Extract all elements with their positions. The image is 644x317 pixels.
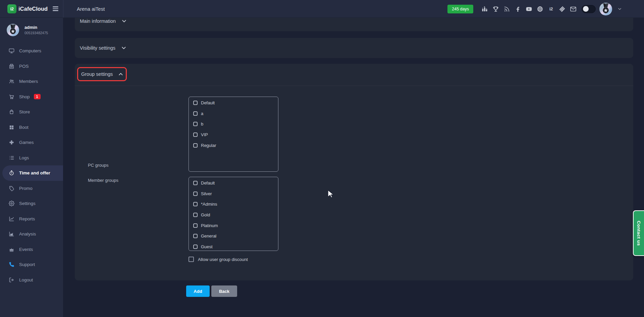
sidebar-item-label: Reports bbox=[19, 216, 35, 221]
svg-text:PLATINUM: PLATINUM bbox=[602, 3, 609, 5]
youtube-icon[interactable] bbox=[525, 5, 533, 13]
section-main-information: Main information bbox=[75, 18, 633, 31]
gamepad-icon bbox=[9, 140, 14, 145]
top-header: Arena aiTest 245 days bbox=[63, 0, 644, 18]
section-title: Visibility settings bbox=[80, 45, 115, 51]
contact-us-label: Contact us bbox=[636, 221, 641, 246]
sidebar-item-promo[interactable]: Promo bbox=[0, 181, 63, 196]
section-visibility-settings: Visibility settings bbox=[75, 38, 633, 58]
globe-icon[interactable] bbox=[536, 5, 544, 13]
member-group-option[interactable]: Guest bbox=[193, 242, 278, 252]
logout-icon bbox=[9, 277, 14, 283]
member-group-option[interactable]: Platinum bbox=[193, 220, 278, 231]
checkbox[interactable] bbox=[193, 202, 198, 206]
sidebar-item-label: Settings bbox=[19, 201, 36, 206]
header-avatar[interactable]: PLATINUM bbox=[599, 3, 612, 15]
member-group-option[interactable]: General bbox=[193, 231, 278, 242]
member-group-option[interactable]: Default bbox=[193, 178, 278, 189]
sidebar-item-computers[interactable]: Computers bbox=[0, 43, 63, 59]
member-group-option[interactable]: Gold bbox=[193, 210, 278, 220]
checkbox[interactable] bbox=[193, 181, 198, 185]
section-group-settings: Group settings PC groups Default a b VIP… bbox=[75, 64, 633, 280]
checkbox[interactable] bbox=[193, 223, 198, 228]
sidebar-item-reports[interactable]: Reports bbox=[0, 211, 63, 227]
checkbox[interactable] bbox=[193, 213, 198, 217]
group-settings-header-highlighted[interactable]: Group settings bbox=[77, 67, 127, 81]
sidebar-item-analysis[interactable]: Analysis bbox=[0, 226, 63, 242]
chevron-up-icon bbox=[118, 71, 123, 77]
members-icon bbox=[9, 78, 14, 84]
sidebar-item-label: Members bbox=[19, 79, 38, 84]
section-title: Group settings bbox=[81, 71, 113, 77]
phone-icon bbox=[9, 262, 14, 267]
add-button[interactable]: Add bbox=[186, 285, 210, 297]
pos-icon bbox=[9, 63, 14, 69]
sidebar-item-events[interactable]: Events bbox=[0, 242, 63, 257]
logo-text: iCafeCloud bbox=[18, 6, 53, 12]
sidebar-item-boot[interactable]: Boot bbox=[0, 120, 63, 135]
sidebar-item-games[interactable]: Games bbox=[0, 135, 63, 150]
sidebar-item-label: Time and offer bbox=[19, 170, 50, 175]
theme-toggle[interactable] bbox=[582, 5, 596, 13]
sidebar-item-label: Store bbox=[19, 109, 30, 114]
checkbox[interactable] bbox=[189, 257, 194, 262]
checkbox-label: General bbox=[201, 233, 216, 239]
checkbox-label: Gold bbox=[201, 212, 210, 217]
layers-icon[interactable] bbox=[558, 5, 566, 13]
sidebar-item-pos[interactable]: POS bbox=[0, 59, 63, 74]
checkbox[interactable] bbox=[193, 245, 198, 249]
member-group-option[interactable]: Silver bbox=[193, 189, 278, 199]
pc-group-option[interactable]: Regular bbox=[193, 140, 278, 151]
hamburger-menu-icon[interactable] bbox=[53, 6, 58, 11]
pc-group-option[interactable]: Default bbox=[193, 98, 278, 108]
rss-icon[interactable] bbox=[503, 5, 511, 13]
sidebar-item-label: Shop bbox=[19, 94, 30, 99]
sidebar-item-support[interactable]: Support bbox=[0, 257, 63, 272]
trophy-icon[interactable] bbox=[492, 5, 499, 13]
pc-group-option[interactable]: a bbox=[193, 108, 278, 119]
sidebar-item-label: Support bbox=[19, 262, 35, 267]
section-header[interactable]: Visibility settings bbox=[75, 38, 633, 58]
ranking-icon[interactable] bbox=[481, 5, 488, 13]
sidebar-item-members[interactable]: Members bbox=[0, 74, 63, 89]
checkbox[interactable] bbox=[193, 111, 198, 116]
checkbox[interactable] bbox=[193, 143, 198, 148]
chevron-down-icon bbox=[121, 45, 126, 51]
main-content: Main information Visibility settings Gro… bbox=[63, 18, 644, 317]
license-days-button[interactable]: 245 days bbox=[447, 5, 473, 13]
mail-icon[interactable] bbox=[570, 5, 577, 13]
checkbox[interactable] bbox=[193, 234, 198, 238]
sidebar-item-store[interactable]: Store bbox=[0, 104, 63, 120]
icafe-i2-icon[interactable]: i2 bbox=[547, 5, 555, 13]
icafecloud-logo-icon: i2 bbox=[7, 4, 16, 13]
crown-icon bbox=[9, 247, 14, 252]
sidebar-item-settings[interactable]: Settings bbox=[0, 196, 63, 211]
pc-group-option[interactable]: b bbox=[193, 119, 278, 129]
monitor-icon bbox=[9, 48, 14, 54]
back-button[interactable]: Back bbox=[211, 285, 237, 297]
pc-group-option[interactable]: VIP bbox=[193, 129, 278, 140]
gear-icon bbox=[9, 201, 14, 206]
sidebar-item-label: POS bbox=[19, 64, 29, 69]
checkbox[interactable] bbox=[193, 192, 198, 196]
checkbox[interactable] bbox=[193, 133, 198, 137]
checkbox[interactable] bbox=[193, 122, 198, 126]
sidebar-user[interactable]: PLATINUM admin 005193482475 bbox=[0, 18, 63, 38]
facebook-icon[interactable] bbox=[514, 5, 522, 13]
member-group-option[interactable]: *Admins bbox=[193, 199, 278, 210]
shop-badge: 1 bbox=[34, 94, 41, 99]
contact-us-tab[interactable]: Contact us bbox=[633, 210, 644, 256]
sidebar-nav: Computers POS Members Shop 1 Store bbox=[0, 43, 63, 287]
sidebar-item-label: Events bbox=[19, 247, 33, 252]
sidebar: i2 iCafeCloud PLATINUM admin 00519348247… bbox=[0, 0, 63, 317]
user-menu-chevron-down-icon[interactable] bbox=[616, 5, 623, 13]
checkbox-label: Default bbox=[201, 100, 215, 105]
sidebar-item-time-and-offer[interactable]: Time and offer bbox=[2, 165, 63, 181]
sidebar-item-shop[interactable]: Shop 1 bbox=[0, 89, 63, 105]
checkbox-label: Regular bbox=[201, 143, 216, 148]
sidebar-item-logout[interactable]: Logout bbox=[0, 272, 63, 288]
sidebar-item-logs[interactable]: Logs bbox=[0, 150, 63, 166]
checkbox[interactable] bbox=[193, 101, 198, 105]
allow-user-group-discount-row[interactable]: Allow user group discount bbox=[189, 254, 248, 265]
section-header[interactable]: Main information bbox=[75, 18, 633, 24]
